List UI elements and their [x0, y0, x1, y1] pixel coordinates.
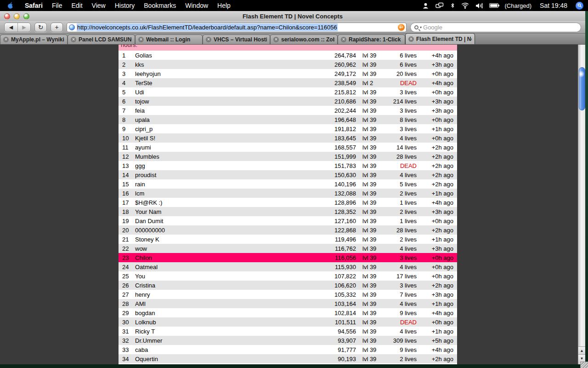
battery-icon[interactable]	[489, 3, 498, 8]
url-text-selected[interactable]: http://novelconcepts.co.uk/FlashElementT…	[77, 23, 338, 31]
table-row: 8upala196,648lvl 398 lives+0h ago	[119, 115, 457, 124]
table-row: 6tojow210,686lvl 39214 lives+3h ago	[119, 97, 457, 106]
rank-cell: 21	[119, 236, 135, 243]
address-bar[interactable]: http://novelconcepts.co.uk/FlashElementT…	[67, 23, 407, 32]
scroll-down-button[interactable]: ▼	[578, 354, 585, 362]
user-switching-icon[interactable]	[422, 2, 429, 9]
time-ago-cell: +3h ago	[417, 98, 457, 105]
lives-cell: 2 lives	[384, 356, 417, 362]
close-tab-icon[interactable]: ×	[138, 37, 144, 42]
score-cell: 191,812	[315, 126, 356, 132]
time-ago-cell: +3h ago	[417, 208, 457, 215]
table-row: 19Dan Dumit127,160lvl 391 lives+0h ago	[119, 216, 457, 225]
reload-button[interactable]: ↻	[34, 23, 47, 32]
player-name-cell: AMI	[135, 300, 315, 307]
lives-cell: 2 lives	[384, 208, 417, 215]
search-options-caret-icon[interactable]: ▾	[420, 25, 422, 29]
score-cell: 151,999	[315, 153, 356, 160]
scrollbar-thumb[interactable]	[579, 67, 585, 110]
lives-cell: 1 lives	[384, 218, 417, 224]
volume-icon[interactable]	[475, 3, 483, 9]
title-bar[interactable]: Flash Element TD | Novel Concepts	[0, 11, 585, 21]
score-cell: 116,762	[315, 245, 356, 252]
menu-item-help[interactable]: Help	[213, 2, 235, 9]
score-cell: 101,511	[315, 319, 356, 326]
bluetooth-icon[interactable]	[450, 2, 455, 9]
table-row: 14proudist150,630lvl 394 lives+2h ago	[119, 170, 457, 179]
close-tab-icon[interactable]: ×	[206, 37, 211, 42]
table-row: 18Your Nam128,352lvl 392 lives+3h ago	[119, 207, 457, 216]
level-cell: lvl 39	[356, 153, 384, 160]
score-cell: 202,244	[315, 107, 356, 114]
player-name-cell: Mumbles	[135, 153, 315, 160]
menu-item-file[interactable]: File	[47, 2, 67, 9]
tab-1[interactable]: ×MyApple.pl – Wyniki wy...	[0, 34, 68, 44]
back-button[interactable]: ◀	[5, 23, 17, 32]
menu-item-safari[interactable]: Safari	[20, 2, 47, 9]
table-row: 25You107,822lvl 3917 lives+0h ago	[119, 271, 457, 281]
apple-menu[interactable]	[0, 2, 20, 9]
player-name-cell: lcm	[135, 190, 315, 197]
menu-item-bookmarks[interactable]: Bookmarks	[139, 2, 181, 9]
close-tab-icon[interactable]: ×	[71, 37, 76, 42]
rank-cell: 15	[119, 181, 135, 188]
menu-item-window[interactable]: Window	[181, 2, 213, 9]
close-tab-icon[interactable]: ×	[273, 37, 279, 42]
lives-cell: 7 lives	[384, 291, 417, 298]
google-search-field[interactable]: ▾	[410, 23, 581, 32]
tab-3[interactable]: ×Webmail :: Login	[135, 34, 203, 44]
score-cell: 115,930	[315, 264, 356, 270]
tab-6[interactable]: ×RapidShare: 1-Click Web...	[338, 34, 405, 44]
score-cell: 122,868	[315, 227, 356, 234]
menu-item-edit[interactable]: Edit	[67, 2, 87, 9]
add-bookmark-button[interactable]: +	[51, 23, 63, 32]
tab-label: serialowo.com :: Zobacz ...	[281, 36, 334, 43]
lives-cell: 17 lives	[384, 273, 417, 280]
player-name-cell: Kjetil S!	[135, 135, 315, 142]
rank-cell: 4	[119, 80, 135, 86]
time-ago-cell: +0h ago	[417, 218, 457, 224]
score-cell: 260,962	[315, 61, 356, 68]
safari-window: Flash Element TD | Novel Concepts ◀ ▶ ↻ …	[0, 11, 585, 364]
lives-cell: 5 lives	[384, 181, 417, 188]
menu-item-view[interactable]: View	[87, 2, 110, 9]
time-ago-cell: +0h ago	[417, 135, 457, 142]
rank-cell: 33	[119, 346, 135, 353]
table-row: 12Mumbles151,999lvl 3928 lives+2h ago	[119, 152, 457, 161]
tab-2[interactable]: ×Panel LCD SAMSUNG 74...	[68, 34, 135, 44]
tab-7[interactable]: ×Flash Element TD | Nove...	[405, 33, 475, 44]
score-cell: 119,496	[315, 236, 356, 243]
rank-cell: 10	[119, 135, 135, 142]
window-resize-grip[interactable]	[580, 362, 588, 368]
tab-label: Panel LCD SAMSUNG 74...	[79, 36, 132, 43]
score-cell: 105,332	[315, 291, 356, 298]
spotlight-icon[interactable]	[576, 2, 583, 10]
score-cell: 127,160	[315, 218, 356, 224]
close-tab-icon[interactable]: ×	[341, 37, 346, 42]
tab-4[interactable]: ×VHCS – Virtual Hosting ...	[203, 34, 270, 44]
level-cell: lvl 39	[356, 291, 384, 298]
close-tab-icon[interactable]: ×	[3, 37, 9, 42]
rank-cell: 16	[119, 190, 135, 197]
player-name-cell: wow	[135, 245, 315, 252]
wifi-icon[interactable]	[461, 3, 469, 9]
scroll-up-button[interactable]: ▲	[578, 346, 585, 354]
table-row: 32Dr.Ummer93,907lvl 39309 lives+5h ago	[119, 336, 457, 345]
snapback-icon[interactable]: ↩	[398, 24, 405, 31]
tab-5[interactable]: ×serialowo.com :: Zobacz ...	[270, 34, 338, 44]
time-ago-cell: +2h ago	[417, 153, 457, 160]
table-row: 10Kjetil S!183,645lvl 394 lives+0h ago	[119, 133, 457, 143]
search-input[interactable]	[423, 24, 577, 31]
table-row: 17$H@RK :)128,896lvl 391 lives+4h ago	[119, 198, 457, 207]
level-cell: lvl 39	[356, 328, 384, 335]
table-row: 3leehyojun249,172lvl 3920 lives+0h ago	[119, 69, 457, 78]
menu-clock[interactable]: Sat 19:48	[538, 2, 569, 9]
player-name-cell: Ricky T	[135, 328, 315, 335]
score-cell: 196,648	[315, 116, 356, 123]
displays-icon[interactable]	[435, 2, 444, 9]
forward-button[interactable]: ▶	[17, 23, 30, 32]
close-tab-icon[interactable]: ×	[408, 36, 414, 42]
rank-cell: 32	[119, 337, 135, 344]
menu-item-history[interactable]: History	[110, 2, 140, 9]
vertical-scrollbar[interactable]: ▲ ▼	[578, 45, 585, 364]
